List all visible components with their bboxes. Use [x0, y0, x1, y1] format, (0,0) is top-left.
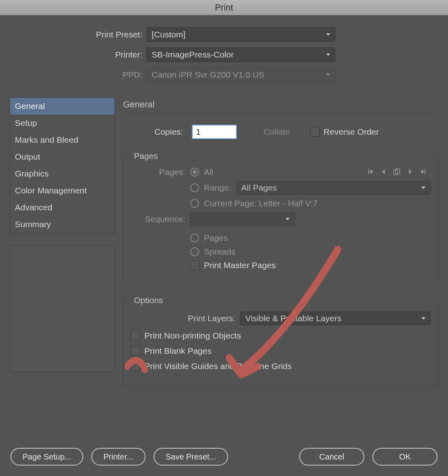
- sequence-dropdown[interactable]: [190, 212, 295, 226]
- pages-spreads-label: Spreads: [204, 247, 235, 256]
- window-title: Print: [215, 2, 233, 13]
- sidebar-item-summary[interactable]: Summary: [10, 216, 115, 233]
- reverse-order-checkbox[interactable]: Reverse Order: [310, 127, 379, 137]
- save-preset-button[interactable]: Save Preset...: [154, 448, 228, 466]
- checkbox-icon: [131, 331, 140, 341]
- sidebar-item-advanced[interactable]: Advanced: [10, 199, 115, 216]
- print-layers-dropdown[interactable]: Visible & Printable Layers: [240, 312, 431, 325]
- ok-button[interactable]: OK: [372, 448, 438, 466]
- print-nonprinting-label: Print Non-printing Objects: [144, 331, 241, 341]
- print-master-checkbox[interactable]: Print Master Pages: [190, 261, 276, 270]
- titlebar: Print: [0, 0, 448, 15]
- print-preset-dropdown[interactable]: [Custom]: [146, 27, 335, 42]
- footer-buttons: Page Setup... Printer... Save Preset... …: [0, 448, 448, 466]
- pages-spreads-radio[interactable]: [190, 247, 199, 256]
- prev-page-icon[interactable]: [381, 168, 386, 175]
- print-master-label: Print Master Pages: [204, 261, 276, 270]
- ppd-label: PPD:: [0, 70, 142, 80]
- chevron-down-icon: [326, 74, 330, 76]
- pages-label: Pages:: [131, 167, 185, 177]
- options-legend: Options: [131, 295, 166, 305]
- chevron-down-icon: [326, 33, 330, 36]
- chevron-down-icon: [421, 317, 425, 320]
- next-page-icon[interactable]: [408, 168, 413, 175]
- pages-icon[interactable]: [393, 168, 401, 176]
- checkbox-icon: [310, 127, 320, 137]
- print-preset-label: Print Preset:: [0, 30, 142, 39]
- pages-group: Pages Pages: All Range: All Pages: [123, 151, 438, 283]
- sequence-label: Sequence:: [131, 214, 185, 224]
- print-guides-checkbox[interactable]: Print Visible Guides and Baseline Grids: [131, 361, 292, 371]
- last-page-icon[interactable]: [420, 168, 427, 175]
- copies-label: Copies:: [154, 127, 183, 137]
- printer-dropdown[interactable]: SB-ImagePress-Color: [146, 47, 335, 62]
- panel-sidebar: General Setup Marks and Bleed Output Gra…: [10, 97, 115, 233]
- sidebar-item-marks-bleed[interactable]: Marks and Bleed: [10, 131, 115, 148]
- checkbox-icon: [250, 127, 259, 137]
- printer-label: Printer:: [0, 50, 142, 60]
- sidebar-item-graphics[interactable]: Graphics: [10, 165, 115, 182]
- chevron-down-icon: [421, 187, 425, 189]
- printer-value: SB-ImagePress-Color: [152, 50, 234, 60]
- panel-title: General: [123, 97, 438, 114]
- cancel-button[interactable]: Cancel: [299, 448, 364, 466]
- print-blank-checkbox[interactable]: Print Blank Pages: [131, 346, 212, 356]
- pages-pages-label: Pages: [204, 233, 228, 243]
- print-nonprinting-checkbox[interactable]: Print Non-printing Objects: [131, 331, 241, 341]
- top-dropdowns: Print Preset: [Custom] Printer: SB-Image…: [0, 15, 448, 97]
- print-layers-label: Print Layers:: [131, 314, 235, 323]
- pages-all-radio[interactable]: [190, 168, 199, 176]
- pages-range-label: Range:: [204, 183, 231, 193]
- printer-button[interactable]: Printer...: [91, 448, 145, 466]
- print-preset-value: [Custom]: [152, 30, 185, 39]
- sidebar-item-color-mgmt[interactable]: Color Management: [10, 182, 115, 199]
- chevron-down-icon: [326, 53, 330, 56]
- print-blank-label: Print Blank Pages: [144, 346, 212, 356]
- pages-pages-radio[interactable]: [190, 234, 199, 242]
- copies-input[interactable]: [192, 125, 237, 139]
- collate-checkbox: Collate: [250, 127, 290, 137]
- pages-current-label: Current Page: Letter - Half V:7: [204, 199, 318, 208]
- sidebar-item-general[interactable]: General: [10, 98, 115, 115]
- checkbox-icon: [131, 346, 140, 356]
- print-guides-label: Print Visible Guides and Baseline Grids: [144, 361, 292, 371]
- options-group: Options Print Layers: Visible & Printabl…: [123, 295, 438, 386]
- pages-range-radio[interactable]: [190, 183, 199, 192]
- ppd-value: Canon iPR Svr G200 V1.0 US: [152, 70, 264, 80]
- first-page-icon[interactable]: [367, 168, 374, 175]
- sidebar-item-setup[interactable]: Setup: [10, 115, 115, 131]
- page-setup-button[interactable]: Page Setup...: [10, 448, 83, 466]
- pages-current-radio[interactable]: [190, 199, 199, 208]
- page-nav-icons: [367, 168, 431, 176]
- pages-legend: Pages: [131, 151, 161, 161]
- checkbox-icon: [131, 361, 140, 371]
- collate-label: Collate: [263, 127, 290, 137]
- pages-range-dropdown[interactable]: All Pages: [236, 181, 431, 195]
- ppd-dropdown: Canon iPR Svr G200 V1.0 US: [146, 68, 335, 82]
- pages-all-label: All: [204, 167, 213, 177]
- page-preview: [10, 245, 115, 372]
- checkbox-icon: [190, 261, 200, 270]
- chevron-down-icon: [286, 218, 290, 220]
- sidebar-item-output[interactable]: Output: [10, 148, 115, 165]
- reverse-order-label: Reverse Order: [324, 127, 379, 137]
